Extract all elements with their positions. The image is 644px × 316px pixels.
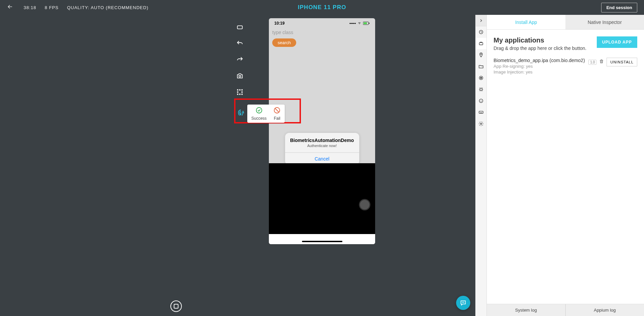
svg-rect-2	[369, 23, 370, 24]
svg-rect-16	[479, 42, 483, 45]
panel-body: My applications Drag & drop the app here…	[487, 30, 644, 304]
tab-install-app[interactable]: Install App	[487, 15, 565, 29]
wifi-icon	[357, 22, 362, 25]
app-image-injection: Image Injection: yes	[494, 69, 585, 75]
svg-rect-8	[237, 91, 239, 93]
tab-appium-log[interactable]: Appium log	[566, 304, 644, 316]
device-frame[interactable]: 10:19 ••••• type class search Biometrics…	[269, 18, 375, 244]
svg-rect-9	[237, 94, 239, 95]
rail-clock-icon[interactable]	[476, 26, 486, 38]
top-bar: 38:18 8 FPS QUALITY: AUTO (RECOMMENDED) …	[0, 0, 644, 15]
type-class-input[interactable]: type class	[269, 28, 375, 36]
apps-subtitle: Drag & drop the app here or click the bu…	[494, 46, 587, 51]
log-tabs: System log Appium log	[487, 304, 644, 316]
tab-native-inspector[interactable]: Native Inspector	[565, 15, 644, 29]
battery-icon	[363, 22, 370, 25]
panel-tabs: Install App Native Inspector	[487, 15, 644, 30]
app-filename: Biometrics_demo_app.ipa (com.bio.demo2)	[494, 58, 585, 63]
biometric-fail-label: Fail	[273, 116, 281, 121]
delete-app-icon[interactable]	[599, 59, 604, 65]
svg-rect-10	[239, 94, 241, 95]
side-rail	[475, 15, 487, 316]
rail-keyboard-icon[interactable]	[476, 107, 486, 118]
camera-icon[interactable]	[236, 72, 244, 80]
svg-point-23	[480, 123, 482, 124]
biometric-success-label: Success	[251, 116, 267, 121]
alert-message: Authenticate now!	[285, 144, 359, 152]
svg-rect-6	[239, 89, 241, 91]
svg-rect-5	[237, 89, 239, 91]
undo-icon[interactable]	[236, 40, 244, 47]
device-status-icons: •••••	[349, 21, 370, 25]
app-version-badge: 1.0	[588, 60, 596, 65]
app-resigning: App Re-signing: yes	[494, 64, 585, 69]
rail-info-icon[interactable]	[476, 95, 486, 107]
redo-icon[interactable]	[236, 56, 244, 63]
collapse-panel-button[interactable]	[476, 15, 486, 26]
biometric-success-button[interactable]: Success	[251, 107, 267, 121]
device-toolbar	[236, 24, 244, 96]
svg-rect-22	[479, 111, 483, 114]
signal-icon: •••••	[349, 21, 356, 25]
back-arrow-icon[interactable]	[7, 3, 13, 11]
uninstall-button[interactable]: UNINSTALL	[607, 58, 637, 66]
right-panel: Install App Native Inspector My applicat…	[487, 15, 644, 316]
rail-bug-icon[interactable]	[476, 84, 486, 95]
app-item: Biometrics_demo_app.ipa (com.bio.demo2) …	[494, 58, 637, 75]
svg-rect-12	[242, 94, 243, 95]
apps-title: My applications	[494, 36, 587, 44]
device-status-bar: 10:19 •••••	[269, 18, 375, 28]
svg-point-4	[239, 75, 241, 77]
home-button[interactable]	[170, 300, 182, 312]
biometric-fail-button[interactable]: Fail	[273, 107, 281, 121]
svg-point-20	[480, 88, 482, 91]
home-indicator[interactable]	[302, 241, 342, 242]
rail-location-icon[interactable]	[476, 49, 486, 61]
chat-fab[interactable]	[456, 296, 470, 310]
fingerprint-icon[interactable]	[237, 109, 245, 118]
svg-rect-11	[242, 91, 243, 93]
svg-point-17	[481, 54, 482, 55]
device-bottom-area	[269, 163, 375, 234]
rail-settings-icon[interactable]	[476, 118, 486, 130]
assistive-touch-icon[interactable]	[359, 199, 370, 210]
svg-rect-3	[237, 26, 243, 29]
search-button[interactable]: search	[272, 38, 296, 47]
svg-rect-7	[242, 89, 243, 91]
upload-app-button[interactable]: UPLOAD APP	[597, 36, 637, 48]
svg-point-19	[480, 77, 482, 79]
session-meta: 38:18 8 FPS QUALITY: AUTO (RECOMMENDED)	[24, 5, 148, 10]
tab-system-log[interactable]: System log	[487, 304, 565, 316]
rotate-icon[interactable]	[236, 24, 244, 31]
fps-indicator: 8 FPS	[45, 5, 59, 10]
svg-point-13	[256, 108, 262, 113]
qr-icon[interactable]	[236, 88, 244, 96]
device-clock: 10:19	[274, 21, 285, 26]
rail-apps-icon[interactable]	[476, 38, 486, 49]
quality-indicator: QUALITY: AUTO (RECOMMENDED)	[67, 5, 148, 10]
device-title: IPHONE 11 PRO	[298, 4, 346, 11]
end-session-button[interactable]: End session	[601, 3, 637, 12]
device-home-area	[269, 234, 375, 244]
alert-title: BiometricsAutomationDemo	[285, 133, 359, 144]
biometric-popup: Success Fail	[237, 105, 285, 123]
session-timer: 38:18	[24, 5, 36, 10]
rail-record-icon[interactable]	[476, 72, 486, 84]
auth-alert-dialog: BiometricsAutomationDemo Authenticate no…	[285, 133, 359, 165]
rail-files-icon[interactable]	[476, 61, 486, 72]
svg-rect-1	[364, 23, 367, 24]
